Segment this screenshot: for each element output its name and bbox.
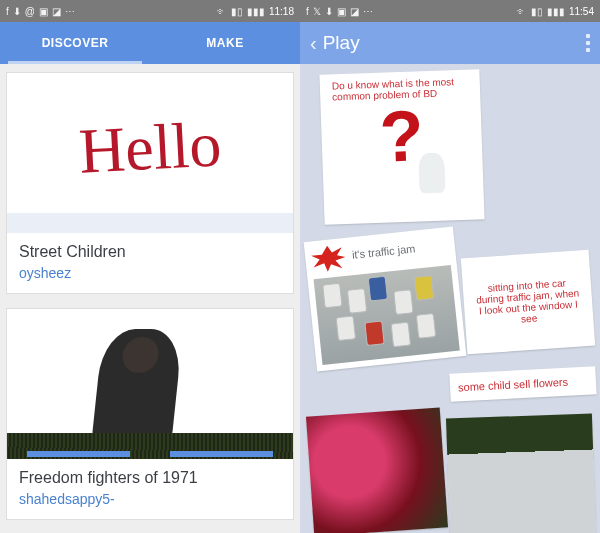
play-canvas[interactable]: Do u know what is the most common proble… bbox=[300, 64, 600, 533]
action-bar: ‹ Play bbox=[300, 22, 600, 64]
battery-icon: ▮▮▮ bbox=[247, 6, 265, 17]
more-icon: ⋯ bbox=[65, 6, 75, 17]
left-screenshot: f ⬇ @ ▣ ◪ ⋯ ᯤ ▮▯ ▮▮▮ 11:18 DISCOVER MAKE… bbox=[0, 0, 300, 533]
slide[interactable] bbox=[306, 407, 448, 533]
status-bar: f ⬇ @ ▣ ◪ ⋯ ᯤ ▮▯ ▮▮▮ 11:18 bbox=[0, 0, 300, 22]
story-title: Freedom fighters of 1971 bbox=[19, 469, 281, 487]
story-title: Street Children bbox=[19, 243, 281, 261]
story-author[interactable]: oysheez bbox=[19, 265, 281, 281]
tab-bar: DISCOVER MAKE bbox=[0, 22, 300, 64]
story-thumbnail bbox=[7, 309, 293, 459]
clock: 11:18 bbox=[269, 6, 294, 17]
signal-icon: ▮▯ bbox=[531, 6, 543, 17]
tab-make[interactable]: MAKE bbox=[150, 22, 300, 64]
slide[interactable]: Do u know what is the most common proble… bbox=[319, 69, 484, 224]
twitter-icon: 𝕏 bbox=[313, 6, 321, 17]
tab-discover[interactable]: DISCOVER bbox=[0, 22, 150, 64]
app-icon: ▣ bbox=[337, 6, 346, 17]
wifi-icon: ᯤ bbox=[517, 6, 527, 17]
story-author[interactable]: shahedsappy5- bbox=[19, 491, 281, 507]
burst-icon bbox=[310, 244, 347, 273]
at-icon: @ bbox=[25, 6, 35, 17]
download-icon: ⬇ bbox=[325, 6, 333, 17]
slide-text: some child sell flowers bbox=[458, 376, 569, 394]
question-mark-icon: ? bbox=[365, 107, 440, 199]
facebook-icon: f bbox=[306, 6, 309, 17]
feed-scroller[interactable]: Hello Street Children oysheez Freedom fi… bbox=[0, 64, 300, 533]
slide[interactable]: it's traffic jam bbox=[304, 227, 467, 372]
app-icon: ▣ bbox=[39, 6, 48, 17]
more-icon: ⋯ bbox=[363, 6, 373, 17]
hello-logo: Hello bbox=[77, 107, 223, 188]
story-card[interactable]: Freedom fighters of 1971 shahedsappy5- bbox=[6, 308, 294, 520]
wifi-icon: ᯤ bbox=[217, 6, 227, 17]
right-screenshot: f 𝕏 ⬇ ▣ ◪ ⋯ ᯤ ▮▯ ▮▮▮ 11:54 ‹ Play Do u k… bbox=[300, 0, 600, 533]
facebook-icon: f bbox=[6, 6, 9, 17]
crop-icon: ◪ bbox=[52, 6, 61, 17]
traffic-image bbox=[314, 265, 460, 365]
slide[interactable]: sitting into the car during traffic jam,… bbox=[461, 250, 595, 355]
status-bar: f 𝕏 ⬇ ▣ ◪ ⋯ ᯤ ▮▯ ▮▮▮ 11:54 bbox=[300, 0, 600, 22]
overflow-menu-button[interactable] bbox=[586, 34, 590, 52]
crop-icon: ◪ bbox=[350, 6, 359, 17]
slide[interactable] bbox=[446, 413, 596, 533]
signal-icon: ▮▯ bbox=[231, 6, 243, 17]
download-icon: ⬇ bbox=[13, 6, 21, 17]
story-thumbnail: Hello bbox=[7, 73, 293, 223]
back-button[interactable]: ‹ bbox=[310, 32, 317, 55]
slide-text: sitting into the car during traffic jam,… bbox=[468, 272, 587, 332]
clock: 11:54 bbox=[569, 6, 594, 17]
page-title: Play bbox=[323, 32, 586, 54]
battery-icon: ▮▮▮ bbox=[547, 6, 565, 17]
slide[interactable]: some child sell flowers bbox=[449, 366, 596, 402]
story-card[interactable]: Hello Street Children oysheez bbox=[6, 72, 294, 294]
slide-text: it's traffic jam bbox=[351, 242, 416, 261]
